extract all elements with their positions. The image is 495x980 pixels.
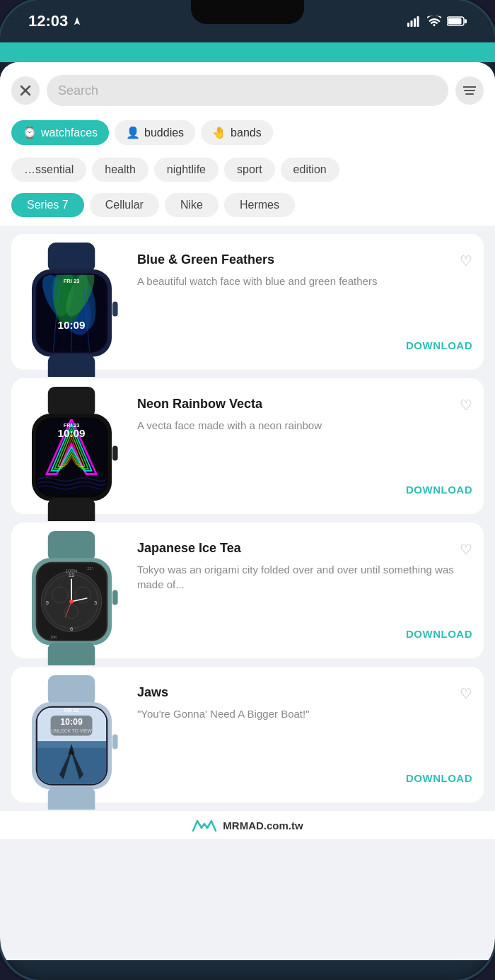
- svg-rect-29: [47, 354, 94, 377]
- svg-rect-2: [414, 18, 416, 27]
- chip-cellular[interactable]: Cellular: [90, 193, 159, 217]
- svg-rect-66: [47, 643, 94, 665]
- heart-icon-1[interactable]: ♡: [460, 252, 472, 269]
- svg-rect-0: [407, 23, 409, 27]
- chip-nightlife[interactable]: nightlife: [154, 158, 219, 182]
- wifi-icon: [427, 16, 441, 27]
- svg-text:22°: 22°: [87, 566, 93, 571]
- download-button-3[interactable]: DOWNLOAD: [406, 628, 472, 640]
- svg-rect-67: [47, 675, 94, 706]
- card-info-3: Japanese Ice Tea ♡ Tokyo was an origami …: [132, 531, 472, 658]
- watch-image-wrap-4: 10:09 UNLOCK TO VIEW FRI 23: [11, 675, 132, 803]
- status-icons: [407, 16, 467, 27]
- card-title-4: Jaws: [137, 685, 460, 700]
- search-input[interactable]: Search: [47, 75, 448, 106]
- svg-text:9: 9: [45, 600, 48, 606]
- svg-rect-65: [112, 590, 117, 605]
- teal-accent-bar: [0, 42, 495, 62]
- search-placeholder: Search: [58, 83, 98, 98]
- heart-icon-3[interactable]: ♡: [460, 541, 472, 558]
- brand-domain: .com.tw: [264, 819, 303, 832]
- svg-rect-1: [411, 21, 413, 27]
- chip-sport[interactable]: sport: [224, 158, 275, 182]
- filter-button[interactable]: [455, 76, 484, 105]
- buddies-icon: 👤: [126, 126, 140, 139]
- status-time: 12:03: [28, 12, 82, 30]
- chip-essential-label: …ssential: [24, 163, 74, 175]
- chip-series7[interactable]: Series 7: [11, 193, 84, 217]
- svg-text:10K: 10K: [50, 635, 57, 639]
- svg-text:10:09: 10:09: [57, 427, 85, 439]
- card-info-4: Jaws ♡ "You're Gonna' Need A Bigger Boat…: [132, 675, 472, 803]
- card-title-row-3: Japanese Ice Tea ♡: [137, 541, 472, 558]
- chip-watchfaces-label: watchfaces: [41, 127, 98, 139]
- subcategory-row: …ssential health nightlife sport edition: [0, 152, 495, 187]
- svg-rect-43: [47, 498, 94, 521]
- notch: [191, 0, 304, 24]
- card-title-2: Neon Rainbow Vecta: [137, 397, 460, 412]
- chip-nike-label: Nike: [180, 199, 203, 211]
- svg-text:FRI 23: FRI 23: [64, 708, 78, 713]
- svg-text:6: 6: [69, 626, 72, 632]
- chip-edition-label: edition: [293, 163, 327, 175]
- svg-text:FRI 23: FRI 23: [63, 278, 79, 284]
- signal-icon: [407, 16, 421, 27]
- battery-icon: [447, 16, 467, 26]
- time-display: 12:03: [28, 12, 68, 30]
- watch-card-3: 12 3 6 9: [11, 523, 484, 658]
- svg-point-61: [69, 600, 74, 604]
- chip-health[interactable]: health: [92, 158, 148, 182]
- phone-frame: 12:03: [0, 0, 495, 980]
- svg-rect-30: [47, 387, 94, 417]
- download-row-1: DOWNLOAD: [137, 332, 472, 360]
- card-title-3: Japanese Ice Tea: [137, 541, 460, 556]
- card-desc-4: "You're Gonna' Need A Bigger Boat!": [137, 706, 472, 765]
- chip-sport-label: sport: [237, 163, 262, 175]
- watch-card-2: 10:09 FRI 23 Neon Rainbow Vecta ♡ A ve: [11, 378, 484, 514]
- chip-health-label: health: [105, 163, 136, 175]
- heart-icon-2[interactable]: ♡: [460, 397, 472, 414]
- watchfaces-icon: ⌚: [23, 126, 37, 139]
- download-row-3: DOWNLOAD: [137, 621, 472, 648]
- svg-rect-28: [112, 302, 117, 317]
- close-button[interactable]: [11, 76, 40, 105]
- heart-icon-4[interactable]: ♡: [460, 685, 472, 702]
- chip-nike[interactable]: Nike: [165, 193, 219, 217]
- card-info-2: Neon Rainbow Vecta ♡ A vecta face made w…: [132, 387, 472, 514]
- chip-cellular-label: Cellular: [105, 199, 144, 211]
- mrmad-logo-icon: [192, 818, 217, 832]
- watch-card-1: 10:09 FRI 23 Blue & Green Feathers: [11, 234, 484, 370]
- card-desc-3: Tokyo was an origami city folded over an…: [137, 562, 472, 621]
- chip-watchfaces[interactable]: ⌚ watchfaces: [11, 120, 109, 145]
- status-bar: 12:03: [0, 0, 495, 42]
- series-row: Series 7 Cellular Nike Hermes: [0, 187, 495, 226]
- close-icon: [20, 85, 31, 96]
- chip-nightlife-label: nightlife: [167, 163, 206, 175]
- card-title-row-2: Neon Rainbow Vecta ♡: [137, 397, 472, 414]
- chip-hermes-label: Hermes: [240, 199, 279, 211]
- chip-essential[interactable]: …ssential: [11, 158, 86, 182]
- card-info-1: Blue & Green Feathers ♡ A beautiful watc…: [132, 243, 472, 370]
- svg-text:FRI 23: FRI 23: [63, 422, 79, 428]
- chip-bands[interactable]: 🤚 bands: [201, 120, 273, 145]
- chip-buddies[interactable]: 👤 buddies: [115, 120, 195, 145]
- svg-rect-44: [47, 531, 94, 561]
- chip-bands-label: bands: [231, 127, 262, 139]
- watch-image-2: 10:09 FRI 23: [17, 387, 127, 521]
- svg-rect-82: [47, 787, 94, 810]
- svg-text:3: 3: [94, 600, 97, 606]
- watch-image-wrap-2: 10:09 FRI 23: [11, 387, 132, 514]
- card-desc-2: A vecta face made with a neon rainbow: [137, 418, 472, 477]
- chip-buddies-label: buddies: [144, 127, 184, 139]
- download-button-2[interactable]: DOWNLOAD: [406, 484, 472, 496]
- card-desc-1: A beautiful watch face with blue and gre…: [137, 274, 472, 332]
- chip-hermes[interactable]: Hermes: [224, 193, 295, 217]
- watch-cards-list: 10:09 FRI 23 Blue & Green Feathers: [0, 226, 495, 811]
- download-button-4[interactable]: DOWNLOAD: [406, 772, 472, 784]
- brand-name: MRMAD: [223, 819, 264, 832]
- chip-edition[interactable]: edition: [281, 158, 339, 182]
- search-bar-row: Search: [0, 62, 495, 113]
- download-button-1[interactable]: DOWNLOAD: [406, 339, 472, 351]
- category-chips-row: ⌚ watchfaces 👤 buddies 🤚 bands: [0, 113, 495, 152]
- svg-text:100%: 100%: [65, 568, 77, 573]
